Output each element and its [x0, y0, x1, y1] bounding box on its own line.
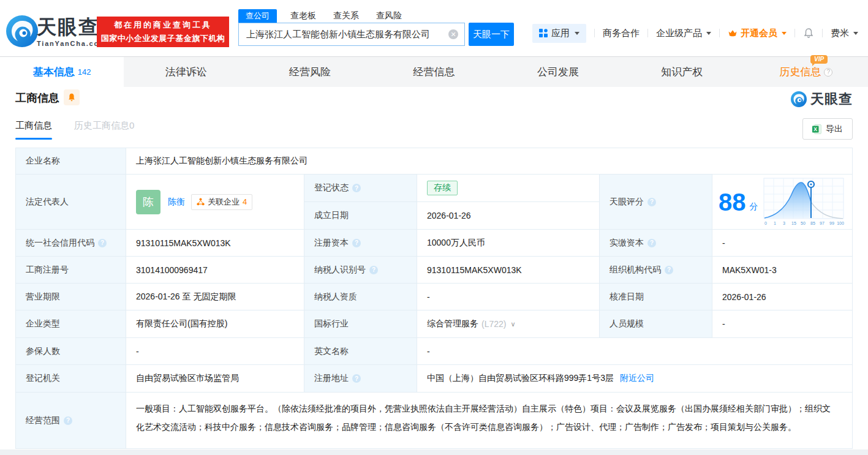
username: 费米	[831, 28, 849, 39]
legal-rep-name-link[interactable]: 陈衡	[168, 197, 185, 208]
field-label-company-type: 企业类型	[16, 310, 126, 338]
label-text: 参保人数	[26, 346, 60, 357]
label-text: 纳税人资质	[314, 291, 357, 303]
enterprise-label: 企业级产品	[656, 28, 702, 39]
field-value-insured-count: -	[126, 338, 304, 365]
field-label-taxpayer-quality: 纳税人资质	[304, 284, 417, 310]
apps-label: 应用	[551, 28, 570, 39]
field-label-reg-capital: 注册资本 ?	[304, 230, 417, 257]
label-text: 经营范围	[26, 415, 60, 426]
field-label-english-name: 英文名称	[304, 338, 417, 365]
field-label-establish-date: 成立日期	[304, 202, 417, 230]
chevron-down-icon[interactable]: ∨	[510, 320, 515, 328]
field-value-paid-capital: -	[712, 230, 852, 257]
subtab-business-info[interactable]: 工商信息	[15, 120, 52, 132]
tianyancha-watermark-icon	[791, 91, 807, 107]
user-menu[interactable]: 费米	[831, 28, 858, 39]
business-info-table: 企业名称 上海张江人工智能创新小镇生态服务有限公司 法定代表人 陈 陈衡 关联企…	[15, 148, 853, 449]
field-value-taxpayer-id: 91310115MAK5XW013K	[417, 257, 600, 284]
export-button[interactable]: X 导出	[802, 118, 853, 140]
value-text: 有限责任公司(国有控股)	[136, 318, 227, 329]
chevron-down-icon	[782, 32, 787, 35]
clear-search-icon[interactable]: ✕	[448, 29, 458, 39]
cooperation-label: 商务合作	[603, 28, 640, 39]
svg-text:85: 85	[810, 221, 815, 225]
svg-text:100: 100	[837, 221, 844, 225]
help-icon[interactable]: ?	[369, 266, 378, 274]
divider	[719, 29, 720, 37]
field-label-business-term: 营业期限	[16, 284, 126, 310]
bell-icon	[67, 93, 76, 102]
apps-menu[interactable]: 应用	[532, 24, 586, 43]
label-text: 统一社会信用代码	[26, 238, 94, 249]
address-text: 中国（上海）自由贸易试验区环科路999弄1号3层	[427, 373, 614, 384]
nearby-companies-link[interactable]: 附近公司	[620, 373, 654, 384]
search-tab-risk[interactable]: 查风险	[376, 10, 402, 21]
logo-title: 天眼查	[37, 17, 107, 37]
value-text: -	[722, 238, 725, 248]
tianyancha-logo-icon[interactable]	[6, 15, 38, 50]
legal-rep-avatar[interactable]: 陈	[136, 190, 160, 214]
apps-grid-icon	[539, 29, 548, 37]
help-icon[interactable]: ?	[352, 184, 361, 192]
svg-text:99: 99	[829, 221, 834, 225]
status-badge: 存续	[427, 181, 458, 195]
label-text: 成立日期	[314, 210, 349, 221]
subscribe-bell-button[interactable]	[64, 89, 80, 105]
nav-tab-operating-info[interactable]: 经营信息	[372, 57, 496, 87]
search-button[interactable]: 天眼一下	[469, 23, 514, 46]
help-icon[interactable]: ?	[665, 266, 673, 274]
nav-tab-intellectual-property[interactable]: 知识产权	[620, 57, 744, 87]
field-value-approval-date: 2026-01-26	[712, 284, 852, 310]
watermark-logo: 天眼查	[791, 90, 853, 108]
field-value-reg-number: 310141000969417	[126, 257, 304, 284]
business-cooperation-link[interactable]: 商务合作	[603, 28, 640, 39]
label-text: 法定代表人	[26, 197, 69, 208]
nav-tab-legal[interactable]: 法律诉讼	[124, 57, 247, 87]
label-text: 人员规模	[609, 318, 644, 329]
field-value-reg-status: 存续	[417, 175, 600, 202]
field-value-uscc: 91310115MAK5XW013K	[126, 230, 304, 257]
related-companies-badge[interactable]: 关联企业 4	[191, 194, 252, 210]
tianyancha-logo-text[interactable]: 天眼查 TianYanCha.com	[37, 17, 107, 47]
section-title: 工商信息	[15, 91, 59, 105]
help-icon[interactable]: ?	[647, 239, 656, 247]
nav-tab-company-development[interactable]: 公司发展	[496, 57, 620, 87]
search-tab-company[interactable]: 查公司	[238, 9, 277, 23]
search-input[interactable]	[239, 29, 448, 40]
divider	[794, 29, 795, 37]
nav-tab-operating-risk[interactable]: 经营风险	[248, 57, 372, 87]
notifications-button[interactable]	[803, 28, 814, 39]
value-text: MAK5XW01-3	[722, 265, 777, 275]
label-text: 企业名称	[26, 156, 60, 167]
nav-label: 公司发展	[537, 65, 579, 79]
field-value-industry: 综合管理服务 (L722) ∨	[417, 310, 600, 338]
help-icon[interactable]: ?	[824, 68, 832, 77]
field-value-reg-authority: 自由贸易试验区市场监管局	[126, 365, 304, 393]
search-tab-relation[interactable]: 查关系	[333, 10, 359, 21]
nav-label: 法律诉讼	[165, 65, 207, 79]
chevron-down-icon	[575, 32, 579, 35]
nav-tab-basic-info[interactable]: 基本信息 142	[0, 57, 124, 87]
divider	[594, 29, 595, 37]
crown-icon	[728, 29, 738, 37]
divider	[647, 29, 648, 37]
value-text: 91310115MAK5XW013K	[427, 265, 522, 275]
svg-text:3: 3	[783, 221, 785, 225]
search-tab-boss[interactable]: 查老板	[290, 10, 316, 21]
help-icon[interactable]: ?	[98, 239, 107, 247]
value-text: 310141000969417	[136, 265, 208, 275]
nav-tab-history-info[interactable]: 历史信息 VIP ?	[744, 57, 868, 87]
subtab-history-business-info[interactable]: 历史工商信息0	[74, 120, 134, 132]
help-icon[interactable]: ?	[64, 416, 72, 425]
field-label-uscc: 统一社会信用代码 ?	[16, 230, 126, 257]
help-icon[interactable]: ?	[647, 198, 656, 206]
field-label-approval-date: 核准日期	[600, 284, 712, 310]
field-value-company-type: 有限责任公司(国有控股)	[126, 310, 304, 338]
help-icon[interactable]: ?	[352, 374, 361, 383]
label-text: 核准日期	[609, 291, 644, 303]
field-value-taxpayer-quality: -	[417, 284, 600, 310]
open-vip-menu[interactable]: 开通会员	[728, 28, 787, 39]
help-icon[interactable]: ?	[352, 239, 361, 247]
enterprise-products-menu[interactable]: 企业级产品	[656, 28, 711, 39]
